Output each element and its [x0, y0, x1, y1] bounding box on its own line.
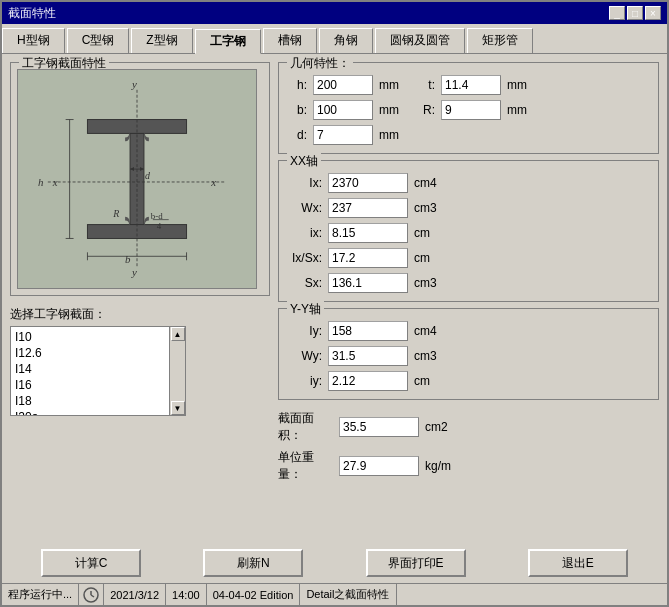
svg-text:R: R [112, 208, 119, 219]
status-time: 14:00 [166, 584, 207, 605]
svg-text:4: 4 [157, 221, 162, 231]
ix-sx-input[interactable] [328, 248, 408, 268]
title-bar-buttons: _ □ × [609, 6, 661, 20]
area-label: 截面面积： [278, 410, 333, 444]
svg-text:y: y [131, 78, 137, 90]
iy-small-input[interactable] [328, 371, 408, 391]
ix-input[interactable] [328, 173, 408, 193]
section-list[interactable]: I10 I12.6 I14 I16 I18 I20a I20b [10, 326, 170, 416]
button-bar: 计算C 刷新N 界面打印E 退出E [2, 543, 667, 583]
select-label: 选择工字钢截面： [10, 306, 270, 323]
close-button[interactable]: × [645, 6, 661, 20]
wy-unit: cm3 [414, 349, 444, 363]
d-input[interactable] [313, 125, 373, 145]
calc-button[interactable]: 计算C [41, 549, 141, 577]
tab-i-steel[interactable]: 工字钢 [195, 29, 261, 54]
tab-bar: H型钢 C型钢 Z型钢 工字钢 槽钢 角钢 圆钢及圆管 矩形管 [2, 24, 667, 54]
d-label: d: [287, 128, 307, 142]
weight-row: 单位重量： kg/m [278, 449, 659, 483]
wx-input[interactable] [328, 198, 408, 218]
tab-round-rect[interactable]: 圆钢及圆管 [375, 28, 465, 53]
sx-row: Sx: cm3 [287, 273, 650, 293]
iy-row: Iy: cm4 [287, 321, 650, 341]
wy-label: Wy: [287, 349, 322, 363]
select-section: 选择工字钢截面： I10 I12.6 I14 I16 I18 I20a I20b… [10, 306, 270, 416]
cross-section-diagram: y y x x h b [17, 69, 257, 289]
print-button[interactable]: 界面打印E [366, 549, 466, 577]
sx-label: Sx: [287, 276, 322, 290]
r-input[interactable] [441, 100, 501, 120]
wy-input[interactable] [328, 346, 408, 366]
param-row-1: h: mm t: mm [287, 75, 650, 95]
weight-unit: kg/m [425, 459, 451, 473]
r-label: R: [415, 103, 435, 117]
param-row-2: b: mm R: mm [287, 100, 650, 120]
h-label: h: [287, 78, 307, 92]
clock-icon [83, 587, 99, 603]
tab-c-steel[interactable]: C型钢 [67, 28, 130, 53]
h-input[interactable] [313, 75, 373, 95]
tab-channel[interactable]: 槽钢 [263, 28, 317, 53]
weight-input[interactable] [339, 456, 419, 476]
svg-text:b-d: b-d [151, 211, 163, 221]
b-unit: mm [379, 103, 409, 117]
list-item[interactable]: I12.6 [13, 345, 167, 361]
exit-button[interactable]: 退出E [528, 549, 628, 577]
area-input[interactable] [339, 417, 419, 437]
sx-input[interactable] [328, 273, 408, 293]
list-item[interactable]: I10 [13, 329, 167, 345]
svg-text:y: y [131, 266, 137, 278]
wx-row: Wx: cm3 [287, 198, 650, 218]
status-detail: Detail之截面特性 [300, 584, 396, 605]
tab-z-steel[interactable]: Z型钢 [131, 28, 192, 53]
ix-sx-row: Ix/Sx: cm [287, 248, 650, 268]
b-label: b: [287, 103, 307, 117]
svg-text:x: x [210, 176, 216, 188]
svg-text:d: d [145, 170, 150, 181]
tab-h-steel[interactable]: H型钢 [2, 28, 65, 53]
svg-line-28 [91, 595, 94, 597]
i-beam-svg: y y x x h b [18, 70, 256, 288]
geo-title: 几何特性： [287, 55, 353, 72]
ix-small-unit: cm [414, 226, 444, 240]
ix-label: Ix: [287, 176, 322, 190]
main-window: 截面特性 _ □ × H型钢 C型钢 Z型钢 工字钢 槽钢 角钢 圆钢及圆管 矩… [0, 0, 669, 607]
scroll-down-button[interactable]: ▼ [171, 401, 185, 415]
list-item[interactable]: I18 [13, 393, 167, 409]
weight-label: 单位重量： [278, 449, 333, 483]
scroll-up-button[interactable]: ▲ [171, 327, 185, 341]
status-text: 程序运行中... [2, 584, 79, 605]
list-item[interactable]: I14 [13, 361, 167, 377]
sx-unit: cm3 [414, 276, 444, 290]
yy-axis-grid: Iy: cm4 Wy: cm3 iy: cm [287, 321, 650, 391]
h-unit: mm [379, 78, 409, 92]
yy-axis-title: Y-Y轴 [287, 301, 324, 318]
svg-text:x: x [52, 176, 58, 188]
list-item[interactable]: I20a [13, 409, 167, 416]
tab-rect[interactable]: 矩形管 [467, 28, 533, 53]
status-bar: 程序运行中... 2021/3/12 14:00 04-04-02 Editio… [2, 583, 667, 605]
xx-axis-section: XX轴 Ix: cm4 Wx: cm3 ix: c [278, 160, 659, 302]
diagram-section: 工字钢截面特性 [10, 62, 270, 296]
refresh-button[interactable]: 刷新N [203, 549, 303, 577]
wx-label: Wx: [287, 201, 322, 215]
status-icon-item [79, 584, 104, 605]
wy-row: Wy: cm3 [287, 346, 650, 366]
b-input[interactable] [313, 100, 373, 120]
iy-small-unit: cm [414, 374, 444, 388]
maximize-button[interactable]: □ [627, 6, 643, 20]
xx-axis-title: XX轴 [287, 153, 321, 170]
iy-input[interactable] [328, 321, 408, 341]
d-unit: mm [379, 128, 409, 142]
t-input[interactable] [441, 75, 501, 95]
ix-sx-label: Ix/Sx: [287, 251, 322, 265]
xx-axis-grid: Ix: cm4 Wx: cm3 ix: cm [287, 173, 650, 293]
minimize-button[interactable]: _ [609, 6, 625, 20]
tab-angle[interactable]: 角钢 [319, 28, 373, 53]
list-item[interactable]: I16 [13, 377, 167, 393]
ix-small-input[interactable] [328, 223, 408, 243]
yy-axis-section: Y-Y轴 Iy: cm4 Wy: cm3 iy: [278, 308, 659, 400]
status-edition: 04-04-02 Edition [207, 584, 301, 605]
left-panel: 工字钢截面特性 [10, 62, 270, 535]
ix-small-label: ix: [287, 226, 322, 240]
